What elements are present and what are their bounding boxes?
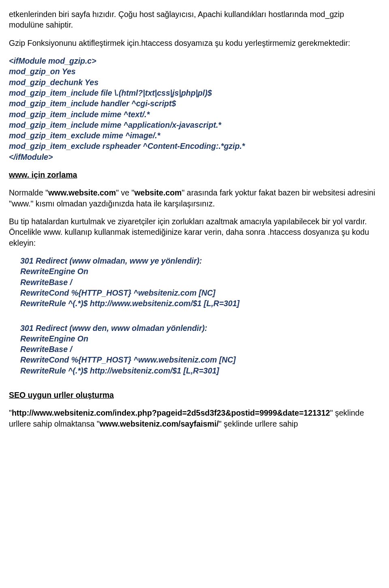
text: " [9, 408, 12, 417]
code-line: mod_gzip_item_exclude rspheader ^Content… [9, 141, 380, 151]
code-line: <ifModule mod_gzip.c> [9, 56, 380, 66]
code-line: mod_gzip_item_include mime ^text/.* [9, 109, 380, 120]
code-line: RewriteCond %{HTTP_HOST} ^websiteniz.com… [20, 288, 380, 298]
code-line: mod_gzip_dechunk Yes [9, 77, 380, 88]
bold-text: www.website.com [48, 188, 116, 197]
code-line: RewriteRule ^(.*)$ http://websiteniz.com… [20, 365, 380, 376]
seo-paragraph: "http://www.websiteniz.com/index.php?pag… [9, 408, 380, 429]
code-line: 301 Redirect (www olmadan, www ye yönlen… [20, 255, 380, 266]
seo-heading: SEO uygun urller oluşturma [9, 390, 380, 400]
intro-paragraph-1: etkenlerinden biri sayfa hızıdır. Çoğu h… [9, 9, 380, 30]
code-line: 301 Redirect (www den, www olmadan yönle… [20, 323, 380, 333]
bold-text: www.websiteniz.com/sayfaismi/ [100, 419, 219, 428]
code-line: RewriteBase / [20, 277, 380, 288]
www-heading: www. için zorlama [9, 170, 380, 180]
bold-text: website.com [134, 188, 182, 197]
gzip-code-block: <ifModule mod_gzip.c> mod_gzip_on Yes mo… [9, 56, 380, 162]
www-paragraph-1: Normalde "www.website.com" ve "website.c… [9, 187, 380, 209]
code-line: RewriteEngine On [20, 266, 380, 277]
intro-paragraph-2: Gzip Fonksiyonunu aktifleştirmek için.ht… [9, 38, 380, 48]
text: " ve " [116, 188, 134, 197]
code-line: RewriteBase / [20, 344, 380, 354]
code-line: RewriteCond %{HTTP_HOST} ^www.websiteniz… [20, 354, 380, 365]
code-line: RewriteRule ^(.*)$ http://www.websiteniz… [20, 298, 380, 309]
code-line: mod_gzip_item_include handler ^cgi-scrip… [9, 98, 380, 109]
code-line: mod_gzip_item_include mime ^application/… [9, 120, 380, 130]
code-line: mod_gzip_item_exclude mime ^image/.* [9, 130, 380, 141]
bold-text: http://www.websiteniz.com/index.php?page… [12, 408, 330, 417]
redirect-2-code-block: 301 Redirect (www den, www olmadan yönle… [9, 323, 380, 376]
redirect-1-code-block: 301 Redirect (www olmadan, www ye yönlen… [9, 255, 380, 309]
text: " şeklinde urllere sahip [219, 419, 298, 428]
text: Normalde " [9, 188, 48, 197]
www-paragraph-2: Bu tip hatalardan kurtulmak ve ziyaretçi… [9, 216, 380, 248]
code-line: mod_gzip_on Yes [9, 66, 380, 77]
code-line: mod_gzip_item_include file \.(html?|txt|… [9, 88, 380, 98]
code-line: </ifModule> [9, 152, 380, 162]
code-line: RewriteEngine On [20, 333, 380, 344]
